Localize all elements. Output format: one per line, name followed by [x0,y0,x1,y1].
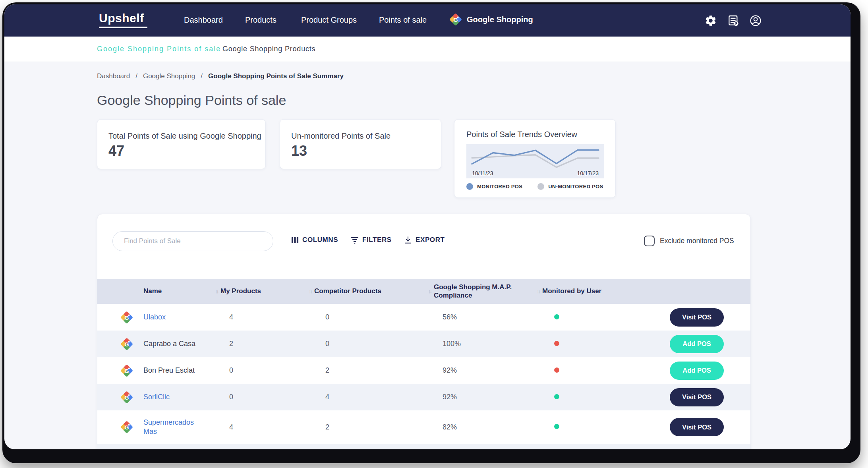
compliance-value: 100% [428,340,461,348]
breadcrumb-separator: / [201,72,203,80]
card-unmonitored-label: Un-monitored Points of Sale [291,132,391,141]
legend-item-unmonitored: UN-MONITORED POS [537,183,603,190]
monitored-status-dot [554,394,559,399]
legend-label-unmonitored: UN-MONITORED POS [548,184,603,190]
secondary-tabbar: Google Shopping Points of sale Google Sh… [4,37,851,62]
nav-item-dashboard[interactable]: Dashboard [184,15,223,25]
upshelf-logo[interactable]: Upshelf [99,12,147,28]
pos-action-button[interactable]: Add POS [670,362,724,380]
breadcrumb-dashboard[interactable]: Dashboard [97,72,130,80]
compliance-value: 56% [428,313,457,321]
google-shopping-tag-icon: G [120,364,133,377]
table-row: G SorliClic 0 4 92% Visit POS [97,384,750,410]
legend-label-monitored: MONITORED POS [477,184,522,190]
pos-table-card: COLUMNS FILTERS EXPORT Exclude monitored… [97,214,751,449]
header-monitored-by-user[interactable]: ↑↓ Monitored by User [537,287,662,295]
my-products-value: 0 [215,393,233,401]
google-shopping-tag-icon: G [120,311,133,324]
filters-button[interactable]: FILTERS [351,236,392,244]
card-total-value: 47 [108,143,124,159]
search-input[interactable] [112,231,273,251]
filter-funnel-icon [351,236,359,244]
legend-dot-monitored-icon [466,183,473,190]
my-products-value: 2 [215,340,233,348]
nav-item-points-of-sale[interactable]: Points of sale [379,15,427,25]
window-frame: Upshelf Dashboard Products Product Group… [2,2,860,463]
nav-item-products[interactable]: Products [245,15,276,25]
svg-text:G: G [125,394,129,400]
pos-name[interactable]: Ulabox [143,313,166,322]
columns-button[interactable]: COLUMNS [291,236,338,244]
svg-text:G: G [125,367,129,374]
card-total-pos: Total Points of Sale using Google Shoppi… [97,119,266,169]
pos-action-button[interactable]: Add POS [670,335,724,353]
header-map-compliance[interactable]: ↑↓ Google Shopping M.A.P. Compliance [428,283,537,300]
report-external-icon[interactable] [727,14,740,27]
my-products-value: 4 [215,423,233,431]
table-row: G Supermercados Mas 4 2 82% Visit POS [97,410,750,444]
sort-arrows-icon[interactable]: ↑↓ [537,288,539,295]
table-header: Name ↑↓ My Products ↑↓ Competitor Produc… [97,279,750,304]
monitored-status-dot [554,314,559,319]
legend-item-monitored: MONITORED POS [466,183,522,190]
sort-arrows-icon[interactable]: ↑↓ [215,288,218,295]
monitored-status-dot [554,367,559,373]
google-shopping-tag-icon: G [120,338,133,350]
card-unmonitored-value: 13 [291,143,307,159]
pos-name[interactable]: Caprabo a Casa [143,339,195,348]
filters-label: FILTERS [362,236,392,244]
header-my-products[interactable]: ↑↓ My Products [215,287,309,295]
header-competitor-products[interactable]: ↑↓ Competitor Products [309,287,428,295]
trends-title: Points of Sale Trends Overview [466,130,577,139]
app-screen: Upshelf Dashboard Products Product Group… [4,4,851,449]
pos-action-button[interactable]: Visit POS [670,388,724,406]
competitor-products-value: 2 [309,423,329,431]
nav-item-google-shopping[interactable]: G Google Shopping [449,13,533,26]
pos-name[interactable]: Supermercados Mas [143,418,201,437]
pos-action-button[interactable]: Visit POS [670,418,724,436]
breadcrumb-google-shopping[interactable]: Google Shopping [143,72,195,80]
monitored-status-dot [554,424,559,429]
monitored-status-dot [554,341,559,346]
compliance-value: 82% [428,423,457,431]
table-row: G BM Supermercados 6 2 Visit POS [97,444,750,449]
my-products-value: 4 [215,313,233,321]
exclude-monitored-toggle[interactable]: Exclude monitored POS [644,236,734,246]
exclude-monitored-checkbox[interactable] [644,236,655,246]
x-axis-start-label: 10/11/23 [472,170,493,176]
x-axis-end-label: 10/17/23 [577,170,599,176]
settings-gear-icon[interactable] [704,14,717,27]
chart-legend: MONITORED POS UN-MONITORED POS [466,183,603,190]
svg-text:G: G [125,314,129,321]
sort-arrows-icon[interactable]: ↑↓ [309,288,311,295]
columns-icon [291,236,299,244]
pos-name[interactable]: SorliClic [143,393,170,402]
tab-google-shopping-products[interactable]: Google Shopping Products [222,45,315,53]
table-row: G Bon Preu Esclat 0 2 92% Add POS [97,357,750,384]
card-unmonitored-pos: Un-monitored Points of Sale 13 [280,119,441,169]
export-button[interactable]: EXPORT [404,236,445,244]
page-title: Google Shopping Points of sale [97,93,286,108]
top-navbar: Upshelf Dashboard Products Product Group… [4,4,851,37]
card-total-label: Total Points of Sale using Google Shoppi… [108,132,261,141]
nav-google-shopping-label: Google Shopping [467,15,533,24]
compliance-value: 92% [428,393,457,401]
export-label: EXPORT [416,236,445,244]
my-products-value: 0 [215,366,233,374]
table-body: G Ulabox 4 0 56% Visit POS G Caprabo a C… [97,304,750,449]
google-shopping-tag-icon: G [120,391,133,404]
svg-text:G: G [125,341,129,347]
nav-item-product-groups[interactable]: Product Groups [301,15,357,25]
card-trends-overview: Points of Sale Trends Overview 10/11/23 … [454,119,616,198]
breadcrumb-current: Google Shopping Points of Sale Summary [208,72,344,80]
competitor-products-value: 0 [309,340,329,348]
pos-name[interactable]: Bon Preu Esclat [143,366,195,375]
legend-dot-unmonitored-icon [537,183,544,190]
pos-action-button[interactable]: Visit POS [670,308,724,327]
breadcrumb: Dashboard / Google Shopping / Google Sho… [97,72,344,80]
header-name[interactable]: Name [143,287,215,295]
account-icon[interactable] [749,14,762,27]
tab-google-shopping-points-of-sale[interactable]: Google Shopping Points of sale [97,45,221,53]
google-shopping-tag-icon: G [120,421,133,433]
sort-arrows-icon[interactable]: ↑↓ [428,288,431,295]
